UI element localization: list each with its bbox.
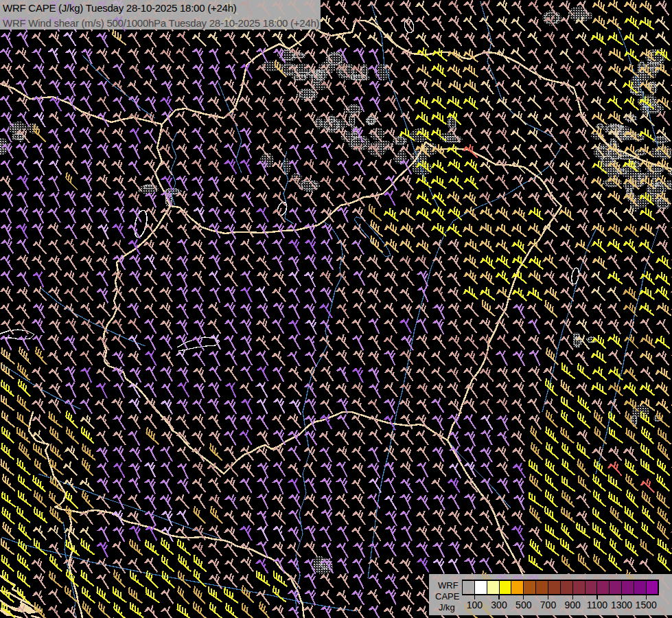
svg-text:1500: 1500 [636,599,657,610]
svg-text:700: 700 [540,599,557,610]
svg-text:WRF Wind shear (m/s) 500/1000h: WRF Wind shear (m/s) 500/1000hPa Tuesday… [3,17,320,29]
svg-text:1100: 1100 [587,599,607,610]
svg-text:CAPE: CAPE [435,591,460,602]
svg-text:900: 900 [564,599,581,610]
svg-text:1300: 1300 [611,599,632,610]
svg-text:WRF CAPE (J/kg) Tuesday 28-10-: WRF CAPE (J/kg) Tuesday 28-10-2025 18:00… [3,2,237,14]
svg-text:500: 500 [515,599,532,610]
svg-text:300: 300 [491,599,507,610]
svg-text:WRF: WRF [438,580,459,591]
svg-text:J/kg: J/kg [439,602,455,613]
svg-text:100: 100 [467,599,483,610]
